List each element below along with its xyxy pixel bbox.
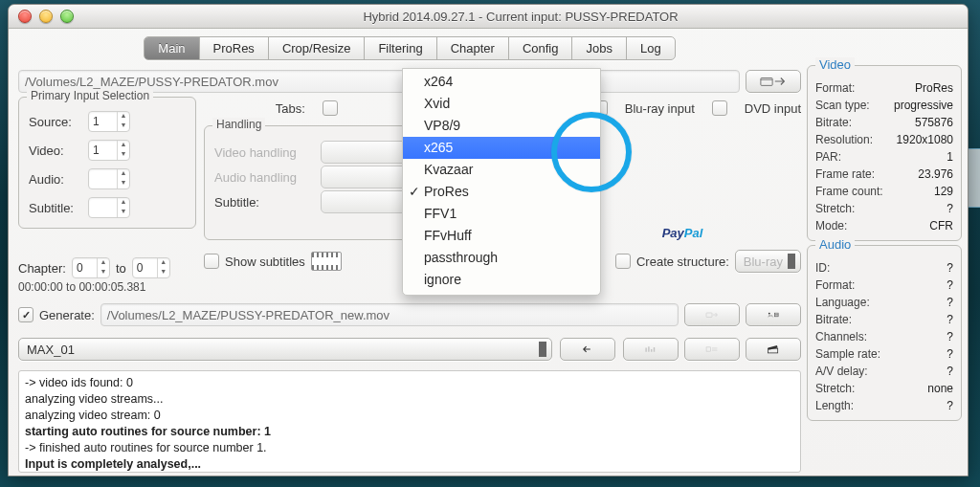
codec-menu-item[interactable]: VP8/9 [403, 115, 600, 137]
tool3-button[interactable] [746, 338, 801, 361]
video-codec-menu[interactable]: x264XvidVP8/9x265KvazaarProResFFV1FFvHuf… [402, 68, 601, 296]
paypal-link[interactable]: PayPal [662, 226, 703, 240]
handling-legend: Handling [212, 118, 265, 131]
label-to: to [116, 261, 126, 276]
tab-filtering[interactable]: Filtering [365, 37, 436, 59]
label-source: Source: [29, 115, 82, 129]
label-subtitle: Subtitle: [29, 201, 82, 215]
generate-pick-button[interactable] [684, 303, 740, 326]
bars-icon [644, 343, 657, 356]
tool2-button[interactable] [684, 338, 740, 361]
chapter-to-stepper[interactable]: 0▲▼ [132, 257, 170, 278]
primary-input-legend: Primary Input Selection [27, 89, 153, 102]
codec-menu-item[interactable]: x264 [403, 71, 600, 93]
tab-main[interactable]: Main [145, 37, 199, 59]
create-structure-checkbox[interactable] [615, 254, 631, 269]
label-video-handling: Video handling [214, 145, 315, 160]
svg-rect-1 [706, 313, 712, 318]
chapter-from-stepper[interactable]: 0▲▼ [72, 257, 110, 278]
label-create-structure: Create structure: [636, 255, 729, 269]
info-row: Length:? [815, 397, 953, 414]
folder-arrow-icon [760, 75, 787, 88]
log-line: Input is completely analysed,... [25, 456, 794, 473]
label-video: Video: [29, 144, 82, 158]
label-tabs: Tabs: [276, 101, 305, 116]
video-info-legend: Video [815, 57, 855, 72]
codec-menu-item[interactable]: ProRes [403, 181, 600, 203]
log-output: -> video ids found: 0 analyzing video st… [18, 370, 801, 473]
codec-menu-item[interactable]: Xvid [403, 93, 600, 115]
log-line: starting auto routines for source number… [25, 424, 794, 440]
audio-info-legend: Audio [815, 237, 855, 252]
create-structure-select[interactable]: Blu-ray ▲▼ [735, 250, 801, 273]
info-row: Stretch:? [815, 200, 953, 217]
info-row: Frame rate:23.976 [815, 166, 953, 183]
log-line: -> finished auto routines for source num… [25, 440, 794, 456]
tool1-button[interactable] [623, 338, 679, 361]
info-row: A/V delay:? [815, 363, 953, 380]
svg-point-2 [768, 313, 770, 315]
info-row: Sample rate:? [815, 345, 953, 363]
info-row: Scan type:progressive [815, 97, 953, 114]
generate-path-field[interactable]: /Volumes/L2_MAZE/PUSSY-PREDATOR_new.mov [100, 303, 679, 326]
close-icon[interactable] [18, 10, 32, 23]
audio-info-panel: Audio ID:?Format:?Language:?Bitrate:?Cha… [807, 245, 962, 421]
primary-input-group: Primary Input Selection Source: 1 ▲▼ [18, 97, 196, 229]
app-window: Hybrid 2014.09.27.1 - Current input: PUS… [8, 4, 969, 476]
codec-menu-item[interactable]: Kvazaar [403, 159, 600, 181]
codec-menu-item[interactable]: FFV1 [403, 203, 600, 225]
label-dvd-input: DVD input [745, 101, 801, 116]
zoom-icon[interactable] [60, 10, 74, 23]
svg-rect-3 [774, 313, 778, 317]
preset-select[interactable]: MAX_01 ▲▼ [18, 338, 552, 361]
info-row: Mode:CFR [815, 217, 953, 234]
titlebar: Hybrid 2014.09.27.1 - Current input: PUS… [9, 5, 968, 29]
label-show-subtitles: Show subtitles [225, 255, 305, 269]
label-subtitle-handling: Subtitle: [214, 195, 315, 210]
info-row: Frame count:129 [815, 183, 953, 200]
info-row: ID:? [815, 259, 953, 277]
source-path-value: /Volumes/L2_MAZE/PUSSY-PREDATOR.mov [25, 75, 278, 89]
tabs-checkbox[interactable] [323, 100, 338, 116]
info-row: Bitrate:575876 [815, 114, 953, 131]
tab-jobs[interactable]: Jobs [572, 37, 626, 59]
info-row: Bitrate:? [815, 311, 953, 328]
open-source-button[interactable] [746, 70, 801, 93]
log-line: -> video ids found: 0 [25, 375, 794, 391]
codec-menu-item[interactable]: passthrough [403, 247, 600, 269]
tab-crop-resize[interactable]: Crop/Resize [269, 37, 366, 59]
tab-config[interactable]: Config [509, 37, 573, 59]
tab-prores[interactable]: ProRes [200, 37, 269, 59]
codec-menu-item[interactable]: x265 [403, 137, 600, 159]
info-row: Stretch:none [815, 380, 953, 397]
tab-chapter[interactable]: Chapter [437, 37, 509, 59]
label-bluray-input: Blu-ray input [625, 101, 695, 116]
source-stepper[interactable]: 1 ▲▼ [88, 111, 130, 132]
show-subtitles-checkbox[interactable] [204, 254, 219, 269]
codec-menu-item[interactable]: ignore [403, 269, 600, 291]
info-row: PAR:1 [815, 148, 953, 166]
log-line: analyzing video streams... [25, 391, 794, 408]
generate-checkbox[interactable] [18, 307, 33, 322]
svg-rect-0 [761, 78, 772, 86]
title-icon [705, 343, 719, 356]
window-title: Hybrid 2014.09.27.1 - Current input: PUS… [74, 10, 968, 24]
filmstrip-icon[interactable] [311, 252, 342, 271]
label-audio-handling: Audio handling [214, 170, 315, 185]
back-button[interactable] [560, 338, 615, 361]
preset-value: MAX_01 [27, 343, 75, 357]
subtitle-stepper[interactable]: ▲▼ [88, 197, 130, 218]
minimize-icon[interactable] [39, 10, 53, 23]
add-to-queue-button[interactable] [746, 303, 801, 326]
log-line: analyzing video stream: 0 [25, 408, 794, 424]
codec-menu-item[interactable]: FFvHuff [403, 225, 600, 247]
video-stepper[interactable]: 1 ▲▼ [88, 140, 130, 161]
video-info-panel: Video Format:ProResScan type:progressive… [807, 65, 962, 241]
dvd-input-checkbox[interactable] [712, 100, 727, 116]
info-row: Resolution:1920x1080 [815, 131, 953, 148]
svg-rect-4 [706, 347, 710, 351]
audio-stepper[interactable]: ▲▼ [88, 168, 130, 189]
runner-queue-icon [767, 308, 780, 321]
tab-log[interactable]: Log [627, 37, 675, 59]
clapper-icon [767, 343, 780, 356]
